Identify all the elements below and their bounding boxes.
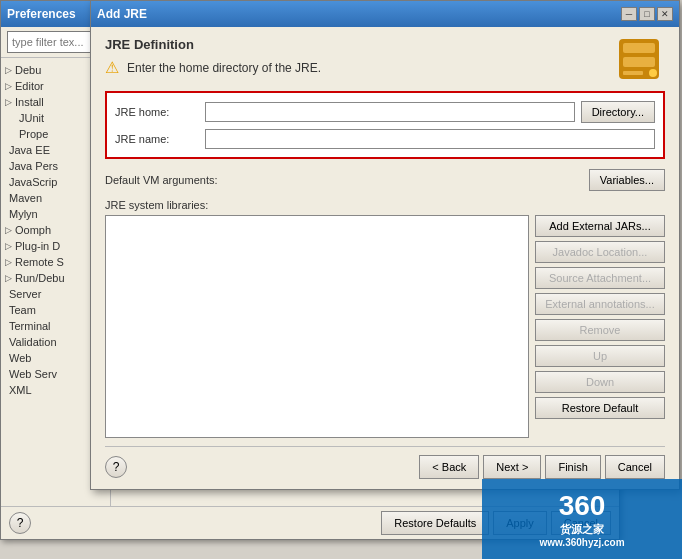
add-external-jars-button[interactable]: Add External JARs...: [535, 215, 665, 237]
jre-name-label: JRE name:: [115, 133, 205, 145]
arrow-icon: ▷: [5, 65, 15, 75]
arrow-icon: ▷: [5, 257, 15, 267]
jre-name-row: JRE name:: [115, 129, 655, 149]
restore-default-button[interactable]: Restore Default: [535, 397, 665, 419]
sidebar-item-label: Remote S: [15, 256, 64, 268]
libs-buttons: Add External JARs... Javadoc Location...…: [535, 215, 665, 438]
arrow-icon: ▷: [5, 225, 15, 235]
modal-header: ⚠ Enter the home directory of the JRE.: [105, 58, 665, 77]
sidebar-item-label: JUnit: [19, 112, 44, 124]
bottom-help: ?: [9, 512, 31, 534]
modal-body: JRE Definition ⚠ Enter the home director…: [91, 27, 679, 489]
modal-minimize-button[interactable]: ─: [621, 7, 637, 21]
modal-titlebar: Add JRE ─ □ ✕: [91, 1, 679, 27]
jre-name-input[interactable]: [205, 129, 655, 149]
jre-icon: [613, 33, 665, 85]
libs-down-button[interactable]: Down: [535, 371, 665, 393]
modal-bottom: ? < Back Next > Finish Cancel: [105, 446, 665, 479]
libs-label: JRE system libraries:: [105, 199, 665, 211]
variables-button[interactable]: Variables...: [589, 169, 665, 191]
svg-point-4: [649, 69, 657, 77]
arrow-icon: ▷: [5, 241, 15, 251]
watermark-text: 货源之家: [560, 522, 604, 537]
jre-home-row: JRE home: Directory...: [115, 101, 655, 123]
modal-close-button[interactable]: ✕: [657, 7, 673, 21]
modal-cancel-button[interactable]: Cancel: [605, 455, 665, 479]
source-attachment-button[interactable]: Source Attachment...: [535, 267, 665, 289]
sidebar-item-label: Web: [9, 352, 31, 364]
ext-annotations-button[interactable]: External annotations...: [535, 293, 665, 315]
jre-home-input[interactable]: [205, 102, 575, 122]
warning-text: Enter the home directory of the JRE.: [127, 61, 321, 75]
sidebar-item-label: Team: [9, 304, 36, 316]
default-vm-label: Default VM arguments:: [105, 174, 218, 186]
warning-icon: ⚠: [105, 58, 119, 77]
modal-help-button[interactable]: ?: [105, 456, 127, 478]
sidebar-item-label: Editor: [15, 80, 44, 92]
modal-title: Add JRE: [97, 7, 147, 21]
modal-bottom-left: ?: [105, 456, 127, 478]
sidebar-item-label: Mylyn: [9, 208, 38, 220]
preferences-title: Preferences: [7, 7, 76, 21]
svg-rect-2: [623, 57, 655, 67]
watermark: 360 货源之家 www.360hyzj.com: [482, 479, 682, 559]
svg-rect-1: [623, 43, 655, 53]
arrow-icon: ▷: [5, 97, 15, 107]
sidebar-item-label: Run/Debu: [15, 272, 65, 284]
restore-defaults-button[interactable]: Restore Defaults: [381, 511, 489, 535]
modal-bottom-right: < Back Next > Finish Cancel: [419, 455, 665, 479]
sidebar-item-label: JavaScrip: [9, 176, 57, 188]
sidebar-item-label: Debu: [15, 64, 41, 76]
sidebar-item-label: Install: [15, 96, 44, 108]
watermark-url: www.360hyzj.com: [539, 537, 624, 548]
libs-list[interactable]: [105, 215, 529, 438]
modal-back-button[interactable]: < Back: [419, 455, 479, 479]
modal-next-button[interactable]: Next >: [483, 455, 541, 479]
help-button[interactable]: ?: [9, 512, 31, 534]
sidebar-item-label: Java EE: [9, 144, 50, 156]
sidebar-item-label: XML: [9, 384, 32, 396]
arrow-icon: ▷: [5, 81, 15, 91]
jre-form-section: JRE home: Directory... JRE name:: [105, 91, 665, 159]
sidebar-item-label: Java Pers: [9, 160, 58, 172]
add-jre-modal: Add JRE ─ □ ✕ JRE Definition ⚠ Enter: [90, 0, 680, 490]
default-vm-row: Default VM arguments: Variables...: [105, 169, 665, 191]
modal-maximize-button[interactable]: □: [639, 7, 655, 21]
arrow-icon: ▷: [5, 273, 15, 283]
modal-section-title: JRE Definition: [105, 37, 665, 52]
libs-container: Add External JARs... Javadoc Location...…: [105, 215, 665, 438]
jre-home-label: JRE home:: [115, 106, 205, 118]
modal-title-controls: ─ □ ✕: [621, 7, 673, 21]
sidebar-item-label: Web Serv: [9, 368, 57, 380]
sidebar-item-label: Terminal: [9, 320, 51, 332]
sidebar-item-label: Validation: [9, 336, 57, 348]
libs-remove-button[interactable]: Remove: [535, 319, 665, 341]
javadoc-location-button[interactable]: Javadoc Location...: [535, 241, 665, 263]
directory-button[interactable]: Directory...: [581, 101, 655, 123]
svg-rect-3: [623, 71, 643, 75]
modal-finish-button[interactable]: Finish: [545, 455, 600, 479]
watermark-logo: 360: [559, 490, 606, 522]
sidebar-item-label: Server: [9, 288, 41, 300]
sidebar-item-label: Oomph: [15, 224, 51, 236]
libs-up-button[interactable]: Up: [535, 345, 665, 367]
sidebar-item-label: Plug-in D: [15, 240, 60, 252]
sidebar-item-label: Maven: [9, 192, 42, 204]
sidebar-item-label: Prope: [19, 128, 48, 140]
